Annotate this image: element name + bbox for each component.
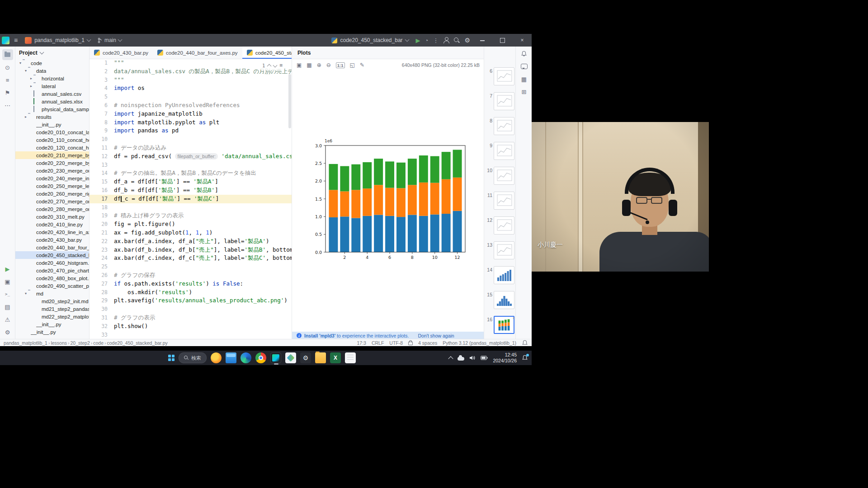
thumbnail-image[interactable]: [494, 117, 514, 135]
python-console-tool-icon[interactable]: >_: [2, 289, 13, 300]
tree-item[interactable]: code20_410_line.py: [15, 221, 89, 228]
editor-tab[interactable]: code20_440_bar_four_axes.py: [153, 47, 242, 59]
widgets-taskbar-icon[interactable]: [211, 352, 222, 363]
tree-item[interactable]: ▸lateral: [15, 82, 89, 90]
plot-thumbnail[interactable]: 9: [484, 142, 515, 167]
code-line[interactable]: 32plt.show(): [90, 322, 292, 331]
grid-icon[interactable]: ▦: [307, 62, 311, 68]
actual-size-button[interactable]: 1:1: [336, 62, 345, 68]
thumbnail-image[interactable]: [494, 92, 514, 110]
thumbnail-image[interactable]: [494, 266, 514, 284]
tree-item[interactable]: code20_450_stacked_bar.py: [15, 251, 89, 259]
breadcrumb-item[interactable]: lessons: [51, 340, 67, 346]
python-interpreter-indicator[interactable]: Python 3.12 (pandas_matplotlib_1): [443, 340, 516, 346]
code-line[interactable]: 10: [90, 135, 292, 144]
code-line[interactable]: 25: [90, 263, 292, 271]
thumbnail-image[interactable]: [494, 67, 514, 85]
code-line[interactable]: 30: [90, 305, 292, 314]
tree-item[interactable]: ▾code: [15, 59, 89, 67]
tray-overflow-chevron-icon[interactable]: [448, 356, 453, 361]
indent-indicator[interactable]: 4 spaces: [418, 340, 437, 346]
thumbnail-image[interactable]: [494, 291, 514, 309]
thumbnail-image[interactable]: [494, 316, 514, 334]
tree-item[interactable]: annual_sales.csv: [15, 90, 89, 98]
project-panel-header[interactable]: Project: [15, 47, 89, 59]
zoom-out-icon[interactable]: ⊖: [326, 62, 331, 68]
project-widget[interactable]: pandas_matplotlib_1: [22, 36, 93, 45]
code-line[interactable]: 18: [90, 203, 292, 212]
notifications-bell-icon[interactable]: [519, 48, 529, 59]
run-tool-icon[interactable]: ▶: [2, 263, 13, 274]
tree-item[interactable]: ▾md: [15, 290, 89, 297]
excel-taskbar-icon[interactable]: [330, 352, 341, 363]
line-ending-indicator[interactable]: CRLF: [372, 340, 384, 346]
tree-item[interactable]: __init__.py: [15, 320, 89, 328]
code-line[interactable]: 24ax.bar(df_c.index, df_c["売上"], label='…: [90, 254, 292, 263]
code-line[interactable]: 6# noinspection PyUnresolvedReferences: [90, 101, 292, 110]
edge-taskbar-icon[interactable]: [241, 352, 251, 363]
code-line[interactable]: 17df_c = df[df['製品'] == '製品C']: [90, 195, 292, 203]
thumbnail-image[interactable]: [494, 142, 514, 160]
battery-icon[interactable]: [481, 356, 488, 360]
tree-item[interactable]: code20_110_concat_horizontal.py: [15, 136, 89, 144]
maximize-button[interactable]: [495, 37, 510, 43]
chrome-taskbar-icon[interactable]: [255, 352, 266, 363]
close-thumbnail-icon[interactable]: ×: [513, 316, 515, 320]
next-problem-icon[interactable]: [273, 63, 278, 67]
inspections-widget[interactable]: 1 ≡: [260, 61, 284, 70]
caret-position[interactable]: 17:3: [357, 340, 366, 346]
code-line[interactable]: 5: [90, 93, 292, 101]
editor-scrollbar[interactable]: [288, 74, 291, 128]
tree-item[interactable]: physical_data_sample.csv: [15, 105, 89, 113]
plot-thumbnail[interactable]: 12: [484, 216, 515, 241]
code-line[interactable]: 33: [90, 331, 292, 339]
terminal-tool-icon[interactable]: ▤: [2, 301, 13, 312]
notepad-taskbar-icon[interactable]: [345, 352, 356, 363]
tree-item[interactable]: code20_430_bar.py: [15, 236, 89, 244]
status-bell-icon[interactable]: [522, 340, 528, 346]
code-line[interactable]: 20fig = plt.figure(): [90, 220, 292, 229]
explorer-taskbar-icon[interactable]: [226, 352, 236, 363]
code-line[interactable]: 3""": [90, 76, 292, 84]
code-line[interactable]: 11# データの読み込み: [90, 144, 292, 152]
tree-item[interactable]: code20_470_pie_chart.py: [15, 267, 89, 274]
encoding-indicator[interactable]: UTF-8: [389, 340, 403, 346]
tree-item[interactable]: code20_310_melt.py: [15, 213, 89, 221]
run-button[interactable]: ▶: [416, 37, 420, 44]
more-actions-icon[interactable]: ⋮: [433, 37, 439, 44]
code-line[interactable]: 12df = pd.read_csv( filepath_or_buffer: …: [90, 152, 292, 161]
tree-item[interactable]: md21_step2_pandas.md: [15, 305, 89, 313]
prev-problem-icon[interactable]: [267, 64, 272, 69]
folder-taskbar-icon[interactable]: [315, 352, 326, 363]
code-line[interactable]: 21ax = fig.add_subplot(1, 1, 1): [90, 229, 292, 237]
code-line[interactable]: 31# グラフの表示: [90, 314, 292, 322]
plot-thumbnail[interactable]: 15: [484, 291, 515, 316]
zoom-in-icon[interactable]: ⊕: [317, 62, 321, 68]
plot-thumbnail[interactable]: 11: [484, 192, 515, 216]
tree-item[interactable]: code20_250_merge_left.py: [15, 182, 89, 190]
settings-tool-icon[interactable]: ⚙: [2, 327, 13, 338]
code-line[interactable]: 29plt.savefig('results/annual_sales_prod…: [90, 296, 292, 305]
plot-thumbnail[interactable]: 8: [484, 117, 515, 142]
problems-tool-icon[interactable]: ⚠: [2, 314, 13, 325]
minimize-button[interactable]: [475, 37, 490, 43]
run-configuration[interactable]: code20_450_stacked_bar: [329, 36, 411, 44]
services-tool-icon[interactable]: ▣: [2, 276, 13, 287]
code-editor[interactable]: 1"""2data/annual_sales.csv の製品A，製品B，製品C …: [90, 59, 292, 339]
pycharm-taskbar-icon[interactable]: [270, 352, 281, 363]
plot-thumbnail[interactable]: 13: [484, 241, 515, 266]
code-line[interactable]: 8import matplotlib.pyplot as plt: [90, 118, 292, 127]
breadcrumb-item[interactable]: code20_450_stacked_bar.py: [107, 340, 168, 346]
search-everywhere-icon[interactable]: [454, 38, 460, 43]
code-line[interactable]: 15df_a = df[df['製品'] == '製品A']: [90, 178, 292, 186]
code-line[interactable]: 19# 積み上げ棒グラフの表示: [90, 211, 292, 220]
code-line[interactable]: 26# グラフの保存: [90, 271, 292, 280]
tree-item[interactable]: ▸results: [15, 113, 89, 121]
tree-item[interactable]: code20_420_line_in_axes.py: [15, 228, 89, 236]
tree-expand-icon[interactable]: ▾: [24, 69, 28, 73]
code-line[interactable]: 13: [90, 161, 292, 169]
start-button[interactable]: [168, 355, 175, 361]
plot-thumbnail[interactable]: 6: [484, 67, 515, 92]
code-line[interactable]: 4import os: [90, 84, 292, 93]
onedrive-icon[interactable]: [458, 357, 464, 361]
